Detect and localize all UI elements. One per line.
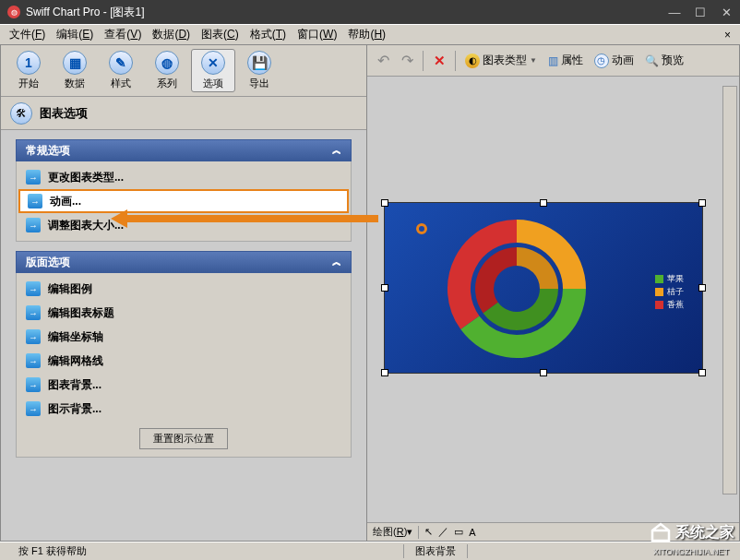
menu-help[interactable]: 帮助(H)	[342, 25, 391, 44]
chevron-down-icon: ▼	[530, 56, 537, 65]
arrow-icon: →	[26, 170, 41, 185]
line-tool[interactable]: ／	[438, 525, 448, 539]
chart-type-button[interactable]: ◐ 图表类型▼	[461, 51, 541, 70]
statusbar: 按 F1 获得帮助 图表背景	[0, 542, 740, 560]
menu-format[interactable]: 格式(T)	[245, 25, 292, 44]
preview-button[interactable]: 🔍 预览	[641, 51, 687, 70]
resize-handle-ne[interactable]	[698, 199, 706, 207]
arrow-icon: →	[26, 281, 41, 296]
window-controls: — ☐ ✕	[668, 6, 733, 19]
legend-item: 桔子	[655, 286, 684, 298]
series-icon: ◍	[155, 51, 179, 75]
menu-chart[interactable]: 图表(C)	[196, 25, 245, 44]
redo-button[interactable]: ↷	[397, 51, 417, 71]
opt-animation[interactable]: →动画...	[18, 189, 349, 213]
arrow-icon: →	[26, 218, 41, 232]
tb-export[interactable]: 💾导出	[237, 49, 281, 92]
status-selection: 图表背景	[404, 544, 468, 558]
text-tool[interactable]: A	[469, 527, 475, 538]
app-icon: ◍	[7, 6, 20, 18]
status-help: 按 F1 获得帮助	[7, 544, 404, 558]
section-layout-header[interactable]: 版面选项 ︽	[16, 251, 352, 273]
titlebar: ◍ Swiff Chart Pro - [图表1] — ☐ ✕	[0, 0, 740, 24]
arrow-icon: →	[26, 329, 41, 344]
opt-change-type[interactable]: →更改图表类型...	[18, 165, 349, 189]
drawing-label[interactable]: 绘图(R)▾	[373, 525, 412, 539]
resize-handle-s[interactable]	[540, 369, 547, 376]
style-icon: ✎	[109, 51, 133, 75]
opt-grid[interactable]: →编辑网格线	[18, 349, 349, 373]
properties-button[interactable]: ▥ 属性	[544, 51, 587, 70]
resize-handle-n[interactable]	[540, 199, 547, 207]
options-icon: ✕	[201, 51, 225, 75]
maximize-button[interactable]: ☐	[694, 6, 707, 19]
tb-options[interactable]: ✕选项	[191, 49, 235, 92]
menu-file[interactable]: 文件(F)	[4, 25, 51, 44]
menu-edit[interactable]: 编辑(E)	[51, 25, 99, 44]
pie-icon: ◐	[465, 54, 480, 68]
menu-data[interactable]: 数据(D)	[147, 25, 196, 44]
drawing-toolbar: 绘图(R)▾ ↖ ／ ▭ A	[367, 522, 739, 541]
wrench-icon: 🛠	[10, 102, 32, 125]
arrow-icon: →	[26, 353, 41, 368]
tb-series[interactable]: ◍系列	[145, 49, 189, 92]
resize-handle-nw[interactable]	[381, 199, 388, 207]
menu-window[interactable]: 窗口(W)	[292, 25, 342, 44]
section-general-header[interactable]: 常规选项 ︽	[16, 139, 352, 161]
tb-style[interactable]: ✎样式	[99, 49, 143, 92]
resize-handle-w[interactable]	[381, 284, 388, 292]
opt-resize[interactable]: →调整图表大小...	[18, 213, 349, 237]
rotation-handle-icon[interactable]	[416, 223, 427, 234]
opt-title[interactable]: →编辑图表标题	[18, 301, 349, 325]
opt-legend[interactable]: →编辑图例	[18, 277, 349, 301]
start-icon: 1	[17, 51, 41, 75]
right-panel: ↶ ↷ ✕ ◐ 图表类型▼ ▥ 属性 ◷ 动画 🔍 预览	[367, 44, 740, 542]
legend-item: 苹果	[655, 273, 684, 285]
arrow-icon: →	[28, 194, 42, 209]
properties-icon: ▥	[548, 54, 558, 67]
arrow-icon: →	[26, 377, 41, 392]
pointer-tool[interactable]: ↖	[424, 526, 433, 538]
donut-chart[interactable]	[438, 210, 595, 367]
main-toolbar: 1开始 ▦数据 ✎样式 ◍系列 ✕选项 💾导出	[1, 45, 366, 97]
rect-tool[interactable]: ▭	[454, 526, 463, 538]
arrow-icon: →	[26, 401, 41, 416]
reset-layout-button[interactable]: 重置图示位置	[139, 428, 228, 449]
preview-toolbar: ↶ ↷ ✕ ◐ 图表类型▼ ▥ 属性 ◷ 动画 🔍 预览	[367, 45, 739, 77]
opt-chart-bg[interactable]: →图表背景...	[18, 373, 349, 397]
left-panel: 1开始 ▦数据 ✎样式 ◍系列 ✕选项 💾导出 🛠 图表选项 常规选项 ︽ →更…	[0, 44, 367, 542]
chart-object[interactable]: 苹果 桔子 香蕉	[384, 202, 703, 374]
undo-button[interactable]: ↶	[373, 51, 393, 71]
tb-data[interactable]: ▦数据	[53, 49, 97, 92]
canvas-area[interactable]: 苹果 桔子 香蕉	[367, 77, 739, 522]
minimize-button[interactable]: —	[668, 6, 681, 19]
chart-legend[interactable]: 苹果 桔子 香蕉	[655, 273, 684, 312]
menubar: 文件(F) 编辑(E) 查看(V) 数据(D) 图表(C) 格式(T) 窗口(W…	[0, 24, 740, 44]
tb-start[interactable]: 1开始	[6, 49, 51, 92]
menu-view[interactable]: 查看(V)	[99, 25, 147, 44]
opt-axes[interactable]: →编辑坐标轴	[18, 325, 349, 349]
options-header: 🛠 图表选项	[1, 97, 366, 130]
chevron-up-icon: ︽	[332, 144, 341, 157]
delete-button[interactable]: ✕	[429, 51, 449, 71]
legend-item: 香蕉	[655, 299, 684, 311]
clock-icon: ◷	[594, 54, 609, 68]
data-icon: ▦	[63, 51, 87, 75]
window-title: Swiff Chart Pro - [图表1]	[26, 5, 668, 20]
opt-plot-bg[interactable]: →图示背景...	[18, 397, 349, 421]
close-button[interactable]: ✕	[720, 6, 733, 19]
vertical-scrollbar[interactable]	[722, 86, 737, 494]
chevron-up-icon: ︽	[332, 256, 341, 268]
section-layout: 版面选项 ︽ →编辑图例 →编辑图表标题 →编辑坐标轴 →编辑网格线 →图表背景…	[16, 251, 352, 458]
options-title: 图表选项	[40, 105, 88, 122]
animation-button[interactable]: ◷ 动画	[591, 51, 638, 70]
resize-handle-e[interactable]	[698, 284, 706, 292]
export-icon: 💾	[247, 51, 271, 75]
arrow-icon: →	[26, 305, 41, 320]
options-body: 常规选项 ︽ →更改图表类型... →动画... →调整图表大小... 版面选项…	[1, 130, 366, 541]
magnifier-icon: 🔍	[645, 54, 659, 67]
resize-handle-se[interactable]	[698, 369, 706, 376]
mdi-close-button[interactable]: ×	[719, 29, 736, 42]
resize-handle-sw[interactable]	[381, 369, 388, 376]
section-general: 常规选项 ︽ →更改图表类型... →动画... →调整图表大小...	[16, 139, 352, 242]
